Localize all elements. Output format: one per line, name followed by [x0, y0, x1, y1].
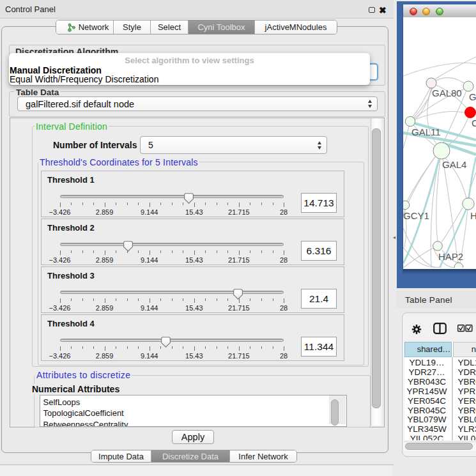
svg-text:GAL11: GAL11 [411, 127, 441, 137]
svg-text:H: H [470, 210, 476, 221]
svg-text:C: C [472, 118, 476, 128]
svg-text:HAP2: HAP2 [438, 251, 463, 262]
svg-text:GCY1: GCY1 [403, 210, 429, 221]
svg-text:GAL4: GAL4 [442, 159, 466, 170]
svg-text:GA: GA [469, 91, 476, 102]
svg-text:GAL80: GAL80 [432, 88, 462, 98]
